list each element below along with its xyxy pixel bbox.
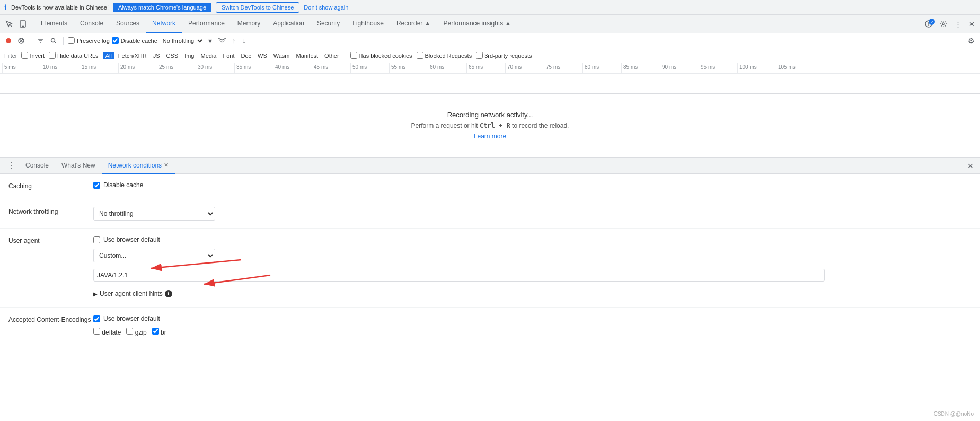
wifi-icon[interactable]: [216, 37, 228, 45]
settings-button[interactable]: [937, 18, 950, 30]
svg-point-14: [51, 38, 55, 42]
ruler-mark-25ms: 25 ms: [157, 63, 196, 73]
inspect-icon-button[interactable]: [2, 18, 16, 30]
record-button[interactable]: [3, 37, 14, 45]
ruler-mark-40ms: 40 ms: [273, 63, 312, 73]
hide-data-urls-checkbox[interactable]: Hide data URLs: [49, 52, 99, 59]
user-agent-input[interactable]: [93, 269, 825, 282]
caching-label: Caching: [8, 181, 93, 190]
svg-line-15: [55, 41, 57, 43]
filter-type-all[interactable]: All: [103, 52, 114, 59]
disable-cache-label[interactable]: Disable cache: [93, 181, 972, 189]
ruler-mark-60ms: 60 ms: [428, 63, 466, 73]
tab-application[interactable]: Application: [267, 15, 311, 33]
disable-cache-checkbox[interactable]: Disable cache: [112, 37, 157, 44]
bottom-panel-close-button[interactable]: ✕: [965, 161, 976, 171]
gzip-checkbox[interactable]: [126, 328, 133, 335]
disable-cache-input[interactable]: [93, 182, 100, 189]
dont-show-link[interactable]: Don't show again: [304, 4, 348, 11]
preserve-log-checkbox[interactable]: Preserve log: [68, 37, 110, 44]
throttle-select[interactable]: No throttling: [160, 37, 204, 45]
ruler-mark-95ms: 95 ms: [699, 63, 737, 73]
filter-type-media[interactable]: Media: [198, 52, 219, 59]
tab-security[interactable]: Security: [311, 15, 346, 33]
third-party-checkbox[interactable]: 3rd-party requests: [476, 52, 532, 59]
deflate-label[interactable]: deflate: [93, 328, 121, 336]
tab-console[interactable]: Console: [74, 15, 110, 33]
filter-type-fetch[interactable]: Fetch/XHR: [116, 52, 149, 59]
clear-button[interactable]: [16, 37, 27, 45]
filter-type-wasm[interactable]: Wasm: [271, 52, 293, 59]
blocked-requests-checkbox[interactable]: Blocked Requests: [417, 52, 472, 59]
filter-type-js[interactable]: JS: [151, 52, 163, 59]
user-agent-select[interactable]: Custom... Chrome - Android (4.0.2) Chrom…: [93, 249, 215, 262]
bottom-tab-close-icon[interactable]: ✕: [164, 162, 169, 169]
encodings-checkboxes: deflate gzip br: [93, 328, 972, 336]
ruler-mark-80ms: 80 ms: [582, 63, 621, 73]
filter-type-other[interactable]: Other: [322, 52, 342, 59]
bottom-panel: ⋮ Console What's New Network conditions …: [0, 157, 980, 344]
bottom-tab-more[interactable]: ⋮: [4, 161, 19, 171]
tab-memory[interactable]: Memory: [231, 15, 267, 33]
ruler-mark-100ms: 100 ms: [737, 63, 776, 73]
filter-icon-button[interactable]: [36, 37, 46, 45]
throttling-label: Network throttling: [8, 207, 93, 215]
learn-more-link[interactable]: Learn more: [474, 133, 506, 140]
bottom-tab-whats-new[interactable]: What's New: [55, 158, 102, 174]
filter-bar: Filter Invert Hide data URLs All Fetch/X…: [0, 48, 980, 63]
filter-type-ws[interactable]: WS: [255, 52, 270, 59]
search-icon-button[interactable]: [48, 37, 59, 45]
browser-default-input[interactable]: [93, 236, 100, 243]
filter-type-manifest[interactable]: Manifest: [294, 52, 321, 59]
bottom-tab-network-conditions[interactable]: Network conditions ✕: [102, 158, 175, 174]
tab-performance[interactable]: Performance: [182, 15, 231, 33]
tab-sources[interactable]: Sources: [110, 15, 146, 33]
user-agent-hints-row[interactable]: ▶ User agent client hints ℹ: [93, 288, 972, 300]
tab-network[interactable]: Network: [146, 15, 182, 33]
br-checkbox[interactable]: [152, 328, 159, 335]
filter-type-font[interactable]: Font: [220, 52, 237, 59]
user-agent-row-inner: User agent Use browser default Custom...…: [8, 236, 972, 300]
upload-icon[interactable]: ↑: [230, 36, 238, 46]
throttling-select[interactable]: No throttling Fast 3G Slow 3G Offline: [93, 207, 215, 221]
user-agent-label: User agent: [8, 236, 93, 300]
tab-elements[interactable]: Elements: [34, 15, 74, 33]
tab-recorder[interactable]: Recorder ▲: [390, 15, 437, 33]
blocked-cookies-checkbox[interactable]: Has blocked cookies: [350, 52, 412, 59]
encodings-control: Use browser default deflate gzip br: [93, 315, 972, 336]
filter-types: All Fetch/XHR JS CSS Img Media Font Doc …: [103, 52, 342, 59]
browser-default-label[interactable]: Use browser default: [93, 236, 972, 243]
enc-browser-default-label[interactable]: Use browser default: [93, 315, 972, 322]
close-devtools-button[interactable]: ✕: [966, 18, 978, 30]
ruler-mark-105ms: 105 ms: [776, 63, 815, 73]
network-conditions-panel: Caching Disable cache Network throttling…: [0, 174, 980, 344]
timeline: 5 ms 10 ms 15 ms 20 ms 25 ms 30 ms 35 ms…: [0, 63, 980, 94]
enc-browser-default-input[interactable]: [93, 315, 100, 322]
filter-type-doc[interactable]: Doc: [238, 52, 254, 59]
settings-network-button[interactable]: ⚙: [966, 36, 977, 46]
throttling-row: Network throttling No throttling Fast 3G…: [0, 199, 980, 229]
throttle-dropdown-icon[interactable]: ▾: [206, 36, 214, 46]
filter-type-css[interactable]: CSS: [164, 52, 181, 59]
ruler-mark-15ms: 15 ms: [80, 63, 118, 73]
ruler-mark-20ms: 20 ms: [118, 63, 157, 73]
hints-arrow-icon: ▶: [93, 291, 98, 297]
download-icon[interactable]: ↓: [240, 36, 248, 46]
deflate-checkbox[interactable]: [93, 328, 100, 335]
tab-lighthouse[interactable]: Lighthouse: [346, 15, 390, 33]
gzip-label[interactable]: gzip: [126, 328, 146, 336]
badge-button[interactable]: 2: [922, 18, 935, 30]
br-label[interactable]: br: [152, 328, 166, 336]
match-language-button[interactable]: Always match Chrome's language: [113, 3, 211, 12]
notification-bar: ℹ DevTools is now available in Chinese! …: [0, 0, 980, 15]
more-button[interactable]: ⋮: [951, 18, 965, 30]
filter-type-img[interactable]: Img: [182, 52, 197, 59]
bottom-tab-console[interactable]: Console: [19, 158, 55, 174]
switch-devtools-button[interactable]: Switch DevTools to Chinese: [216, 2, 299, 13]
invert-checkbox[interactable]: Invert: [21, 52, 45, 59]
ruler-mark-35ms: 35 ms: [234, 63, 273, 73]
ruler-mark-55ms: 55 ms: [389, 63, 428, 73]
ruler-mark-50ms: 50 ms: [350, 63, 389, 73]
device-icon-button[interactable]: [16, 18, 30, 30]
tab-perf-insights[interactable]: Performance insights ▲: [437, 15, 518, 33]
